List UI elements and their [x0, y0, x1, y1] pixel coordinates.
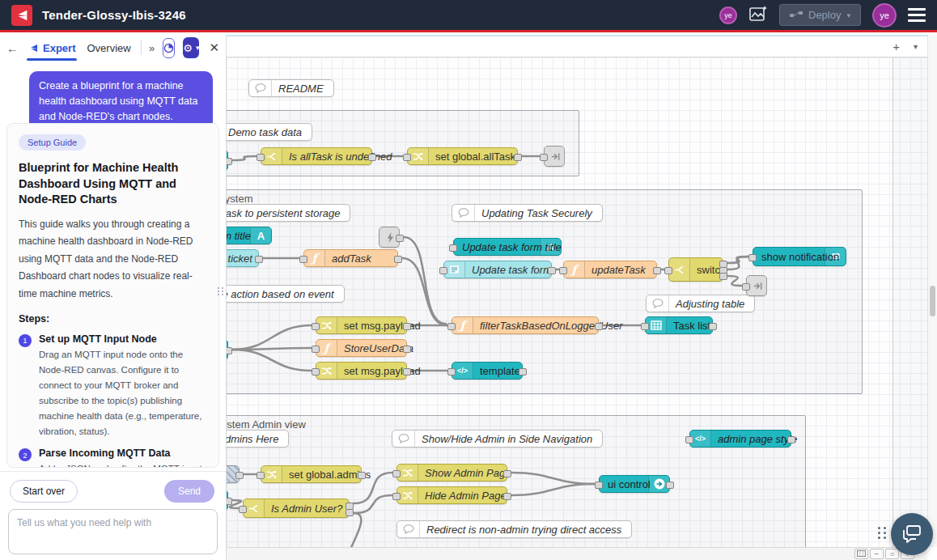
close-icon[interactable]: ✕ — [209, 40, 219, 55]
output-port[interactable] — [346, 509, 354, 516]
back-arrow-icon[interactable]: ← — [6, 41, 19, 55]
input-port[interactable] — [392, 470, 401, 477]
output-port[interactable] — [227, 347, 232, 354]
comment-save-task-to-persistent-storage[interactable]: Save task to persistent storage — [227, 204, 350, 222]
output-port[interactable] — [719, 273, 727, 280]
node-ui-control[interactable]: ui control — [599, 475, 670, 493]
comment-add-admins-here[interactable]: Add Admins Here — [227, 430, 289, 448]
node-node[interactable] — [379, 227, 400, 248]
output-port[interactable] — [503, 470, 511, 477]
panel-resize-grip[interactable] — [218, 287, 224, 295]
input-port[interactable] — [257, 472, 265, 479]
input-port[interactable] — [559, 267, 567, 274]
input-port[interactable] — [685, 436, 693, 443]
output-port[interactable] — [709, 323, 717, 330]
comment-redirect-is-non-admin-trying-direct-access[interactable]: Redirect is non-admin trying direct acce… — [396, 520, 632, 538]
comment-readme[interactable]: README — [248, 79, 334, 97]
input-port[interactable] — [641, 323, 649, 330]
node-switch[interactable]: switch — [668, 257, 723, 282]
input-port[interactable] — [439, 267, 447, 274]
node-addtask[interactable]: ƒaddTask — [303, 249, 398, 267]
node-node[interactable] — [227, 465, 240, 483]
node-node[interactable] — [746, 275, 767, 296]
output-port[interactable] — [255, 256, 263, 263]
output-port[interactable] — [653, 267, 661, 274]
output-port[interactable] — [519, 368, 527, 375]
node-set-msg-payload[interactable]: set msg.payload — [316, 362, 407, 380]
node-node[interactable] — [227, 490, 228, 511]
node-filtertaskbasedonloggeduser[interactable]: ƒfilterTaskBasedOnLoggedUser — [452, 316, 599, 334]
avatar-small[interactable]: ye — [719, 6, 737, 24]
output-port[interactable] — [368, 154, 376, 161]
add-flow-button[interactable]: + — [892, 40, 900, 53]
input-port[interactable] — [312, 323, 320, 330]
input-port[interactable] — [392, 493, 401, 500]
tab-expert[interactable]: Expert — [27, 35, 77, 61]
node-admin-page-style[interactable]: </>admin page style — [689, 430, 791, 448]
node-set-global-admins[interactable]: set global.admins — [261, 465, 362, 483]
input-port[interactable] — [595, 482, 603, 489]
comment-updating-task-securely[interactable]: Updating Task Securely — [452, 204, 603, 222]
output-port[interactable] — [235, 472, 244, 479]
node-new-ticket[interactable]: New ticket — [227, 249, 259, 267]
output-port[interactable] — [396, 235, 404, 242]
settings-dropdown-button[interactable]: ⚙ ▾ — [183, 37, 199, 58]
tab-overview[interactable]: Overview — [85, 35, 132, 61]
menu-icon[interactable] — [908, 8, 926, 22]
output-port[interactable] — [227, 158, 232, 165]
input-port[interactable] — [447, 368, 456, 375]
node-show-notification[interactable]: ✉show notification — [753, 247, 846, 266]
more-tabs-icon[interactable]: » — [149, 42, 155, 54]
input-port[interactable] — [748, 254, 757, 261]
zoom-reset-button[interactable]: ○ — [885, 549, 899, 559]
deploy-button[interactable]: Deploy ▾ — [779, 4, 861, 26]
drag-handle-icon[interactable] — [878, 527, 887, 539]
node-new-task-form-title[interactable]: ANew task form title — [227, 227, 272, 244]
input-port[interactable] — [447, 323, 456, 330]
output-port[interactable] — [227, 498, 232, 505]
node-node[interactable] — [227, 339, 228, 360]
node-template[interactable]: </>template — [452, 362, 523, 380]
usage-pie-button[interactable] — [163, 38, 175, 58]
output-port[interactable] — [394, 256, 402, 263]
zoom-out-button[interactable]: − — [870, 549, 884, 559]
input-port[interactable] — [239, 506, 247, 513]
node-set-msg-payload[interactable]: set msg.payload — [316, 316, 407, 334]
navigator-button[interactable] — [854, 549, 868, 559]
node-storeuserdata[interactable]: ƒStoreUserData — [316, 339, 407, 357]
node-hide-admin-page[interactable]: Hide Admin Page — [396, 486, 507, 504]
flow-list-caret-icon[interactable]: ▾ — [914, 42, 918, 51]
chat-fab-button[interactable] — [891, 513, 933, 555]
start-over-button[interactable]: Start over — [10, 480, 78, 503]
node-set-global-alltask[interactable]: set global.allTask — [407, 147, 518, 165]
output-port[interactable] — [403, 346, 411, 353]
output-port[interactable] — [787, 436, 795, 443]
canvas-vertical-scrollbar[interactable] — [927, 35, 937, 547]
comment-take-action-based-on-event[interactable]: Take action based on event — [227, 285, 345, 303]
output-port[interactable] — [503, 493, 511, 500]
help-input[interactable] — [8, 509, 218, 554]
node-node[interactable] — [227, 150, 228, 171]
deploy-caret-icon[interactable]: ▾ — [846, 11, 850, 19]
input-port[interactable] — [403, 154, 411, 161]
comment-adjusting-table[interactable]: Adjusting table — [646, 295, 755, 312]
node-update-task-form-title[interactable]: AUpdate task form title — [453, 238, 562, 256]
input-port[interactable] — [257, 154, 265, 161]
input-port[interactable] — [540, 154, 548, 161]
comment-show-hide-admin-in-side-navigation[interactable]: Show/Hide Admin in Side Navigation — [392, 430, 603, 448]
flow-canvas[interactable]: Task systemTask system Admin viewREADMED… — [227, 57, 927, 547]
output-port[interactable] — [403, 323, 411, 330]
node-update-task-form[interactable]: Update task form — [443, 261, 552, 278]
avatar-large[interactable]: ye — [872, 3, 897, 28]
output-port[interactable] — [358, 472, 366, 479]
ai-image-icon[interactable] — [748, 5, 768, 26]
node-node[interactable] — [544, 146, 565, 167]
node-updatetask[interactable]: ƒupdateTask — [563, 261, 657, 278]
node-show-admin-page[interactable]: Show Admin Page — [396, 464, 507, 482]
input-port[interactable] — [449, 244, 457, 252]
output-port[interactable] — [514, 154, 522, 161]
node-task-list[interactable]: Task list — [645, 316, 713, 334]
node-is-alltask-is-undefined[interactable]: Is allTask is undefined — [261, 147, 372, 165]
output-port[interactable] — [403, 368, 411, 375]
input-port[interactable] — [664, 267, 672, 274]
